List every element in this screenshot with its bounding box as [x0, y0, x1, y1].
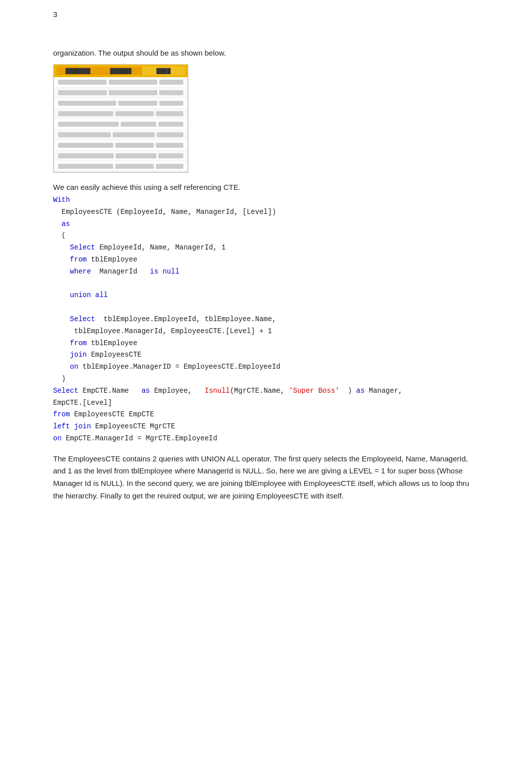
cell [58, 143, 113, 148]
kw-left-join: left join [53, 422, 91, 430]
kw-on: on [70, 363, 79, 371]
from1-tbl: tblEmployee [91, 255, 137, 264]
code-line-as: as [53, 218, 479, 230]
table-row [54, 130, 187, 140]
code-line-union: union all [53, 290, 479, 302]
from2-tbl: tblEmployee [91, 339, 137, 347]
cell [156, 143, 183, 148]
kw-union: union all [70, 291, 108, 299]
cell [109, 90, 157, 95]
table-header-row: ███████ ██████ ████ [54, 65, 188, 77]
left-join-tbl: EmployeesCTE MgrCTE [95, 422, 175, 430]
cell [158, 122, 183, 127]
code-line-level: EmpCTE.[Level] [53, 397, 479, 409]
code-line-select1: Select EmployeeId, Name, ManagerId, 1 [53, 242, 479, 254]
cell [156, 111, 183, 116]
on2-cond: EmpCTE.ManagerId = MgrCTE.EmployeeId [66, 434, 217, 442]
level-col: EmpCTE.[Level] [53, 399, 112, 407]
cell [159, 80, 183, 85]
cell [58, 153, 114, 158]
kw-from3: from [53, 410, 70, 418]
code-line-join: join EmployeesCTE [53, 349, 479, 361]
cell [116, 153, 156, 158]
from3-tbl: EmployeesCTE EmpCTE [74, 410, 154, 418]
cell [113, 132, 155, 137]
code-line-open-paren: ( [53, 230, 479, 242]
isnull-args: (MgrCTE.Name, [230, 387, 285, 395]
table-row [54, 77, 187, 88]
code-blank1 [53, 278, 479, 290]
cell [115, 164, 154, 169]
table-header-employeeid: ███████ [57, 67, 99, 75]
cell [58, 90, 107, 95]
code-line-cte-def: EmployeesCTE (EmployeeId, Name, ManagerI… [53, 206, 479, 218]
where-cond: ManagerId [99, 268, 137, 276]
result-table: ███████ ██████ ████ [53, 64, 188, 173]
table-row [54, 119, 187, 130]
cell [58, 122, 119, 127]
kw-with: With [53, 196, 70, 204]
cell [159, 101, 183, 106]
join-tbl: EmployeesCTE [91, 351, 142, 359]
achieve-text: We can easily achieve this using a self … [53, 183, 479, 191]
cell [157, 132, 183, 137]
as1-val: Employee, [154, 387, 192, 395]
code-line-select2: Select tblEmployee.EmployeeId, tblEmploy… [53, 314, 479, 326]
code-line-close-paren: ) [53, 373, 479, 385]
kw-on2: on [53, 434, 62, 442]
kw-where: where [70, 268, 91, 276]
table-header-level: ████ [142, 67, 185, 75]
code-line-on: on tblEmployee.ManagerID = EmployeesCTE.… [53, 361, 479, 373]
page-number: 3 [53, 10, 479, 19]
select2-cols2: tblEmployee.ManagerId, EmployeesCTE.[Lev… [70, 327, 272, 335]
code-line-from1: from tblEmployee [53, 254, 479, 266]
cell [109, 80, 157, 85]
code-line-on2: on EmpCTE.ManagerId = MgrCTE.EmployeeId [53, 433, 479, 445]
table-row [54, 140, 187, 151]
code-line-left-join: left join EmployeesCTE MgrCTE [53, 421, 479, 433]
cell [121, 122, 156, 127]
code-line-select2b: tblEmployee.ManagerId, EmployeesCTE.[Lev… [53, 326, 479, 338]
cell [118, 101, 157, 106]
cell [115, 143, 154, 148]
intro-text: organization. The output should be as sh… [53, 49, 479, 57]
code-block: With EmployeesCTE (EmployeeId, Name, Man… [53, 194, 479, 445]
code-blank2 [53, 302, 479, 314]
isnull-close: ) [348, 387, 352, 395]
kw-is-null: is null [150, 268, 179, 276]
kw-as: as [62, 220, 70, 228]
select1-cols: EmployeeId, Name, ManagerId, 1 [95, 243, 225, 251]
cell [58, 132, 111, 137]
table-body [54, 77, 188, 172]
page-container: 3 organization. The output should be as … [0, 0, 532, 533]
kw-from1: from [70, 255, 87, 264]
cell [158, 153, 183, 158]
code-line-select3: Select EmpCTE.Name as Employee, Isnull(M… [53, 385, 479, 397]
table-row [54, 109, 187, 119]
kw-select3: Select [53, 387, 78, 395]
kw-select1: Select [70, 243, 95, 251]
table-row [54, 88, 187, 98]
kw-isnull: Isnull [205, 387, 230, 395]
on-cond: tblEmployee.ManagerID = EmployeesCTE.Emp… [83, 363, 281, 371]
kw-join: join [70, 351, 87, 359]
open-paren: ( [62, 231, 66, 239]
code-line-with: With [53, 194, 479, 206]
table-header-manager: ██████ [99, 67, 142, 75]
kw-as1: as [141, 387, 150, 395]
str-super-boss: 'Super Boss' [289, 387, 340, 395]
cell [58, 101, 116, 106]
kw-from2: from [70, 339, 87, 347]
kw-as2: as [356, 387, 365, 395]
as2-val: Manager, [369, 387, 402, 395]
cell [58, 111, 113, 116]
cell [156, 164, 183, 169]
code-line-where: where ManagerId is null [53, 266, 479, 278]
select2-cols: tblEmployee.EmployeeId, tblEmployee.Name… [99, 315, 276, 323]
cte-def-text: EmployeesCTE (EmployeeId, Name, ManagerI… [62, 208, 276, 216]
table-row [54, 98, 187, 109]
cell [58, 164, 113, 169]
description-text: The EmployeesCTE contains 2 queries with… [53, 453, 479, 502]
code-line-from2: from tblEmployee [53, 338, 479, 350]
code-line-from3: from EmployeesCTE EmpCTE [53, 409, 479, 421]
